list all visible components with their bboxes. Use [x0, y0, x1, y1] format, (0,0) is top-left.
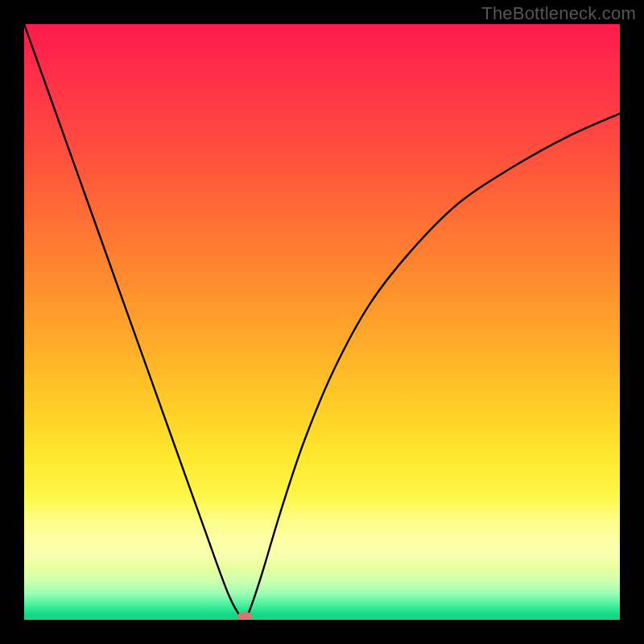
plot-area — [24, 24, 620, 620]
minimum-marker — [237, 613, 252, 620]
bottleneck-curve — [24, 24, 620, 620]
watermark-text: TheBottleneck.com — [481, 3, 636, 24]
chart-frame: TheBottleneck.com — [0, 0, 644, 644]
